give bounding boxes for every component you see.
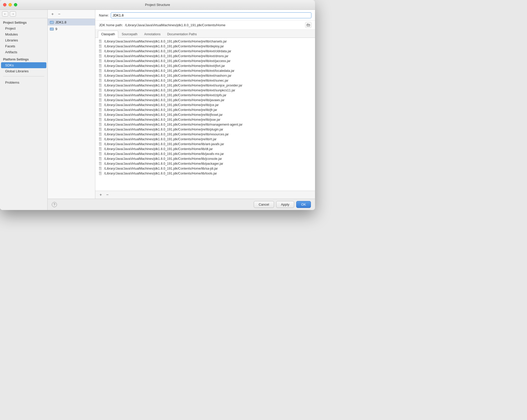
svg-rect-41: [99, 74, 101, 75]
file-list-item[interactable]: /Library/Java/JavaVirtualMachines/jdk1.8…: [95, 102, 315, 107]
jar-file-icon: [99, 49, 103, 53]
jar-file-icon: [99, 172, 103, 175]
svg-rect-76: [99, 108, 101, 109]
file-list-item[interactable]: /Library/Java/JavaVirtualMachines/jdk1.8…: [95, 63, 315, 68]
remove-file-button[interactable]: −: [105, 192, 110, 198]
svg-rect-66: [99, 98, 101, 99]
file-list-item[interactable]: /Library/Java/JavaVirtualMachines/jdk1.8…: [95, 166, 315, 171]
jar-file-icon: [99, 74, 103, 77]
file-list-item[interactable]: /Library/Java/JavaVirtualMachines/jdk1.8…: [95, 151, 315, 156]
file-list-item[interactable]: /Library/Java/JavaVirtualMachines/jdk1.8…: [95, 137, 315, 142]
file-list-item[interactable]: /Library/Java/JavaVirtualMachines/jdk1.8…: [95, 68, 315, 73]
file-list-item[interactable]: /Library/Java/JavaVirtualMachines/jdk1.8…: [95, 112, 315, 117]
file-path: /Library/Java/JavaVirtualMachines/jdk1.8…: [104, 49, 231, 53]
file-path: /Library/Java/JavaVirtualMachines/jdk1.8…: [104, 84, 242, 87]
svg-rect-96: [99, 128, 101, 129]
sidebar-item-global-libraries[interactable]: Global Libraries: [0, 68, 47, 74]
svg-rect-116: [99, 147, 101, 148]
sdk-list-panel: + − JDK1.8: [48, 10, 95, 199]
file-list-item[interactable]: /Library/Java/JavaVirtualMachines/jdk1.8…: [95, 171, 315, 176]
back-button[interactable]: ←: [2, 11, 8, 16]
name-label: Name:: [99, 13, 109, 17]
file-list-item[interactable]: /Library/Java/JavaVirtualMachines/jdk1.8…: [95, 44, 315, 49]
file-list-item[interactable]: /Library/Java/JavaVirtualMachines/jdk1.8…: [95, 54, 315, 58]
file-list-item[interactable]: /Library/Java/JavaVirtualMachines/jdk1.8…: [95, 107, 315, 112]
file-list-item[interactable]: /Library/Java/JavaVirtualMachines/jdk1.8…: [95, 132, 315, 137]
svg-rect-11: [99, 45, 101, 46]
window-title: Project Structure: [145, 3, 170, 7]
ok-button[interactable]: OK: [296, 201, 311, 208]
tab-sourcepath[interactable]: Sourcepath: [118, 31, 141, 38]
svg-rect-6: [99, 40, 101, 41]
apply-button[interactable]: Apply: [276, 201, 294, 208]
file-list-item[interactable]: /Library/Java/JavaVirtualMachines/jdk1.8…: [95, 88, 315, 93]
file-list-item[interactable]: /Library/Java/JavaVirtualMachines/jdk1.8…: [95, 93, 315, 98]
svg-rect-126: [99, 157, 101, 158]
file-list-item[interactable]: /Library/Java/JavaVirtualMachines/jdk1.8…: [95, 73, 315, 78]
file-list-item[interactable]: /Library/Java/JavaVirtualMachines/jdk1.8…: [95, 39, 315, 44]
sdk-item-9[interactable]: 9: [48, 25, 95, 32]
sidebar: ← → Project Settings Project Modules Lib…: [0, 10, 48, 210]
minimize-button[interactable]: [8, 3, 12, 6]
jar-file-icon: [99, 64, 103, 68]
svg-rect-131: [99, 162, 101, 163]
close-button[interactable]: [3, 3, 6, 6]
file-path: /Library/Java/JavaVirtualMachines/jdk1.8…: [104, 123, 243, 126]
maximize-button[interactable]: [14, 3, 17, 6]
tab-classpath[interactable]: Classpath: [98, 31, 118, 38]
sidebar-item-modules[interactable]: Modules: [0, 31, 47, 37]
sidebar-item-sdks[interactable]: SDKs: [1, 62, 46, 68]
main-layout: ← → Project Settings Project Modules Lib…: [0, 10, 315, 210]
sidebar-item-artifacts[interactable]: Artifacts: [0, 49, 47, 55]
add-sdk-button[interactable]: +: [50, 11, 55, 17]
tab-annotations[interactable]: Annotations: [141, 31, 164, 38]
browse-home-button[interactable]: [305, 22, 311, 28]
tab-documentation-paths[interactable]: Documentation Paths: [164, 31, 200, 38]
cancel-button[interactable]: Cancel: [254, 201, 274, 208]
jar-file-icon: [99, 108, 103, 112]
home-row: JDK home path: /Library/Java/JavaVirtual…: [95, 21, 315, 30]
file-list-item[interactable]: /Library/Java/JavaVirtualMachines/jdk1.8…: [95, 58, 315, 63]
file-list-item[interactable]: /Library/Java/JavaVirtualMachines/jdk1.8…: [95, 78, 315, 83]
jar-file-icon: [99, 45, 103, 48]
svg-rect-1: [50, 21, 52, 22]
file-list-item[interactable]: /Library/Java/JavaVirtualMachines/jdk1.8…: [95, 83, 315, 88]
svg-rect-56: [99, 89, 101, 90]
file-list-item[interactable]: /Library/Java/JavaVirtualMachines/jdk1.8…: [95, 127, 315, 132]
file-list-item[interactable]: /Library/Java/JavaVirtualMachines/jdk1.8…: [95, 117, 315, 122]
sidebar-nav: ← →: [0, 10, 47, 18]
sidebar-item-facets[interactable]: Facets: [0, 43, 47, 49]
file-list-item[interactable]: /Library/Java/JavaVirtualMachines/jdk1.8…: [95, 122, 315, 127]
file-path: /Library/Java/JavaVirtualMachines/jdk1.8…: [104, 142, 224, 146]
file-list-item[interactable]: /Library/Java/JavaVirtualMachines/jdk1.8…: [95, 49, 315, 54]
file-list-item[interactable]: /Library/Java/JavaVirtualMachines/jdk1.8…: [95, 146, 315, 151]
file-path: /Library/Java/JavaVirtualMachines/jdk1.8…: [104, 162, 223, 165]
svg-rect-136: [99, 167, 101, 168]
file-list-item[interactable]: /Library/Java/JavaVirtualMachines/jdk1.8…: [95, 156, 315, 161]
svg-rect-61: [99, 93, 101, 94]
forward-button[interactable]: →: [10, 11, 16, 16]
jar-file-icon: [99, 69, 103, 73]
svg-rect-111: [99, 142, 101, 143]
file-path: /Library/Java/JavaVirtualMachines/jdk1.8…: [104, 137, 217, 141]
sdk-item-jdk18[interactable]: JDK1.8: [48, 19, 95, 25]
file-path: /Library/Java/JavaVirtualMachines/jdk1.8…: [104, 98, 224, 102]
sidebar-item-libraries[interactable]: Libraries: [0, 37, 47, 43]
remove-sdk-button[interactable]: −: [56, 11, 62, 17]
jar-file-icon: [99, 113, 103, 117]
file-path: /Library/Java/JavaVirtualMachines/jdk1.8…: [104, 133, 229, 136]
sidebar-item-problems[interactable]: Problems: [0, 80, 47, 85]
file-list-item[interactable]: /Library/Java/JavaVirtualMachines/jdk1.8…: [95, 161, 315, 166]
file-path: /Library/Java/JavaVirtualMachines/jdk1.8…: [104, 79, 228, 82]
file-list-item[interactable]: /Library/Java/JavaVirtualMachines/jdk1.8…: [95, 98, 315, 102]
file-list-item[interactable]: /Library/Java/JavaVirtualMachines/jdk1.8…: [95, 142, 315, 146]
add-file-button[interactable]: +: [98, 192, 104, 198]
sidebar-item-project[interactable]: Project: [0, 25, 47, 31]
help-button[interactable]: ?: [52, 202, 57, 207]
name-input[interactable]: [111, 12, 311, 18]
file-path: /Library/Java/JavaVirtualMachines/jdk1.8…: [104, 118, 220, 121]
svg-rect-51: [99, 84, 101, 85]
file-path: /Library/Java/JavaVirtualMachines/jdk1.8…: [104, 157, 222, 161]
svg-rect-91: [99, 123, 101, 124]
jar-file-icon: [99, 167, 103, 170]
